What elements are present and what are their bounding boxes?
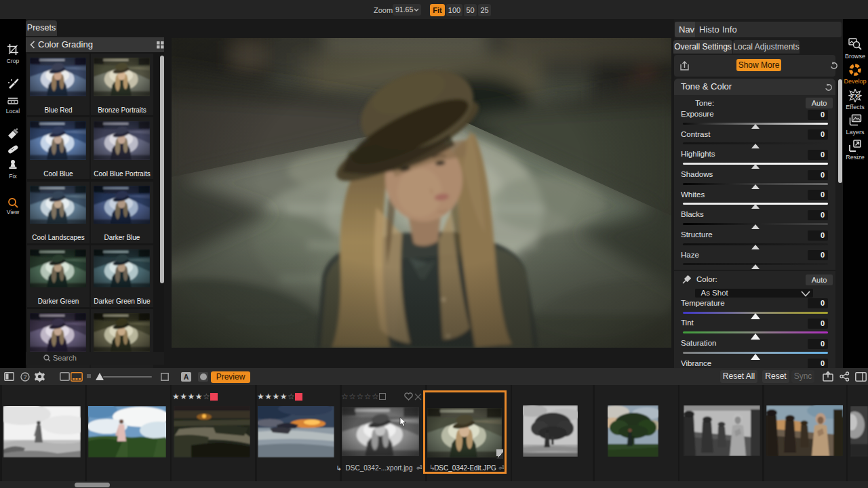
svg-text:?: ?	[24, 373, 27, 380]
svg-text:FX: FX	[852, 93, 859, 99]
